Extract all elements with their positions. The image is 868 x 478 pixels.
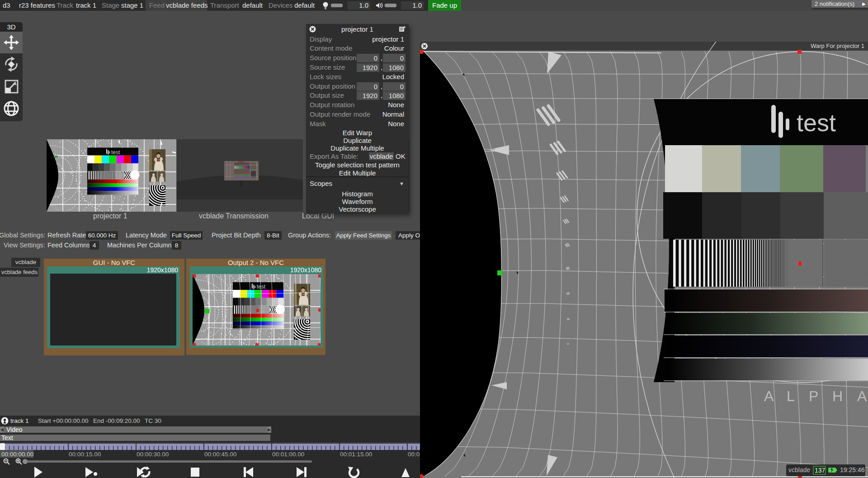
svg-text:H: H <box>832 388 843 404</box>
svg-text:L: L <box>787 388 795 404</box>
svg-text:A: A <box>764 388 774 404</box>
svg-text:19:25:46: 19:25:46 <box>840 466 865 473</box>
svg-text:test: test <box>111 149 120 156</box>
svg-text:test: test <box>797 109 836 136</box>
svg-text:A: A <box>857 388 867 404</box>
svg-text:137: 137 <box>815 467 826 474</box>
svg-text:P: P <box>809 388 818 404</box>
svg-text:vcblade: vcblade <box>788 466 810 473</box>
svg-text:test: test <box>257 284 266 290</box>
